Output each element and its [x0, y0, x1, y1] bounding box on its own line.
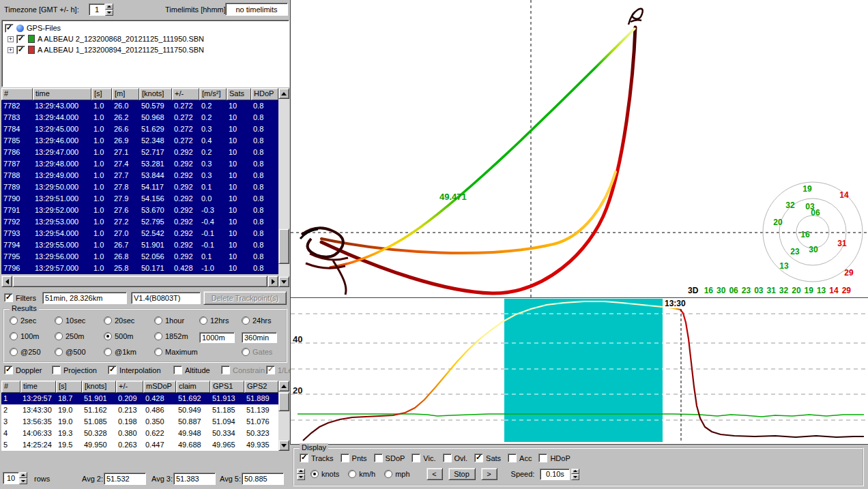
scroll-down-icon[interactable]: [278, 440, 289, 451]
table-cell[interactable]: 51.085: [82, 416, 116, 428]
table-cell[interactable]: 49.935: [244, 439, 278, 451]
table-cell[interactable]: 51.913: [210, 393, 244, 404]
result-radio[interactable]: 1hour: [154, 316, 184, 325]
table-cell[interactable]: 19.3: [56, 428, 82, 439]
table-cell[interactable]: 50.323: [244, 428, 278, 439]
rows-count-input[interactable]: [3, 472, 19, 484]
table-cell[interactable]: 10: [227, 181, 251, 193]
table-cell[interactable]: 52.542: [139, 228, 172, 239]
filters-checkbox[interactable]: Filters: [4, 293, 36, 302]
table-cell[interactable]: 0.1: [199, 251, 227, 263]
spin-down-icon[interactable]: [19, 478, 27, 484]
table-cell[interactable]: 0.8: [251, 193, 278, 205]
column-header[interactable]: HDoP: [251, 88, 278, 100]
track-table-vscrollbar[interactable]: [278, 88, 289, 287]
table-cell[interactable]: 0.263: [116, 439, 143, 451]
display-checkbox[interactable]: Vic.: [411, 454, 435, 462]
table-cell[interactable]: -0.3: [199, 205, 227, 216]
table-cell[interactable]: 7792: [1, 216, 33, 228]
table-cell[interactable]: 0.8: [251, 112, 278, 123]
scroll-up-icon[interactable]: [278, 381, 289, 391]
table-cell[interactable]: 10: [227, 170, 251, 181]
table-cell[interactable]: 13:29:51.000: [33, 193, 91, 205]
table-cell[interactable]: 10: [227, 100, 251, 112]
column-header[interactable]: GPS1: [210, 381, 244, 393]
result-radio[interactable]: @500: [55, 348, 86, 356]
option-checkbox[interactable]: Interpolation: [108, 366, 161, 374]
table-cell[interactable]: 53.844: [139, 170, 172, 181]
spin-down-icon[interactable]: [105, 10, 113, 16]
checkbox-box[interactable]: [474, 454, 483, 462]
tree-root-item[interactable]: GPS-Files: [2, 23, 289, 33]
table-cell[interactable]: 13:29:47.000: [33, 147, 91, 158]
table-cell[interactable]: 0.272: [172, 100, 199, 112]
table-cell[interactable]: 49.965: [210, 439, 244, 451]
table-cell[interactable]: 0.2: [199, 100, 227, 112]
track-step-spinner[interactable]: [297, 469, 305, 480]
table-cell[interactable]: 10: [227, 205, 251, 216]
result-radio[interactable]: 250m: [55, 332, 85, 340]
table-cell[interactable]: 26.8: [112, 251, 139, 263]
table-cell[interactable]: 26.7: [112, 239, 139, 251]
checkbox-box[interactable]: [221, 366, 230, 374]
column-header[interactable]: time: [20, 381, 56, 393]
table-cell[interactable]: 0.622: [143, 428, 176, 439]
radio-circle[interactable]: [55, 332, 63, 340]
table-cell[interactable]: 51.076: [244, 416, 278, 428]
table-cell[interactable]: 51.139: [244, 404, 278, 416]
table-cell[interactable]: 27.0: [112, 228, 139, 239]
table-cell[interactable]: 0.2: [199, 112, 227, 123]
table-cell[interactable]: 0.292: [172, 170, 199, 181]
table-cell[interactable]: 13:29:44.000: [33, 112, 91, 123]
table-cell[interactable]: -0.4: [199, 216, 227, 228]
results-table[interactable]: 113:29:5718.751.9010.2090.42851.69251.91…: [1, 393, 278, 451]
table-cell[interactable]: 1.0: [91, 239, 112, 251]
replay-speed-input[interactable]: [540, 469, 570, 480]
table-cell[interactable]: 0.8: [251, 205, 278, 216]
replay-stop-button[interactable]: Stop: [448, 468, 476, 480]
table-cell[interactable]: 27.6: [112, 205, 139, 216]
table-cell[interactable]: 1.0: [91, 181, 112, 193]
unit-radio[interactable]: mph: [384, 470, 409, 478]
radio-circle[interactable]: [242, 348, 250, 356]
table-cell[interactable]: 0.2: [199, 147, 227, 158]
table-cell[interactable]: 7788: [1, 170, 33, 181]
results-table-vscrollbar[interactable]: [278, 381, 289, 451]
table-cell[interactable]: 13:29:46.000: [33, 135, 91, 147]
checkbox-box[interactable]: [538, 454, 547, 462]
table-cell[interactable]: 0.380: [116, 428, 143, 439]
table-cell[interactable]: 13:56:35: [20, 416, 56, 428]
table-cell[interactable]: 50.328: [82, 428, 116, 439]
spin-down-icon[interactable]: [571, 474, 579, 480]
table-cell[interactable]: 0.272: [172, 135, 199, 147]
radio-circle[interactable]: [154, 332, 162, 340]
table-cell[interactable]: 0.3: [199, 170, 227, 181]
column-header[interactable]: Sats: [227, 88, 251, 100]
table-cell[interactable]: 13:29:57: [20, 393, 56, 404]
table-cell[interactable]: 0.447: [143, 439, 176, 451]
table-cell[interactable]: 51.094: [210, 416, 244, 428]
option-checkbox[interactable]: Projection: [52, 366, 97, 374]
radio-circle[interactable]: [104, 348, 112, 356]
checkbox-box[interactable]: [52, 366, 61, 374]
table-cell[interactable]: 4: [1, 428, 20, 439]
table-cell[interactable]: 13:29:52.000: [33, 205, 91, 216]
column-header[interactable]: +/-: [172, 88, 199, 100]
table-cell[interactable]: 0.8: [251, 228, 278, 239]
checkbox-box[interactable]: [266, 366, 275, 374]
result-radio[interactable]: Gates: [242, 348, 272, 356]
radio-circle[interactable]: [154, 348, 162, 356]
radio-circle[interactable]: [199, 316, 207, 325]
table-cell[interactable]: 7790: [1, 193, 33, 205]
track-map[interactable]: 49.471 191432030620162330311329 3D 16300…: [290, 0, 868, 298]
radio-circle[interactable]: [10, 316, 18, 325]
checkbox-box[interactable]: [508, 454, 517, 462]
spin-up-icon[interactable]: [105, 3, 113, 10]
tree-root-checkbox[interactable]: [5, 24, 14, 33]
scrollbar-thumb[interactable]: [12, 276, 267, 287]
result-radio[interactable]: 500m: [104, 332, 134, 340]
scroll-up-icon[interactable]: [278, 88, 289, 99]
table-cell[interactable]: 13:29:54.000: [33, 228, 91, 239]
table-cell[interactable]: 5: [1, 439, 20, 451]
column-header[interactable]: GPS2: [244, 381, 278, 393]
